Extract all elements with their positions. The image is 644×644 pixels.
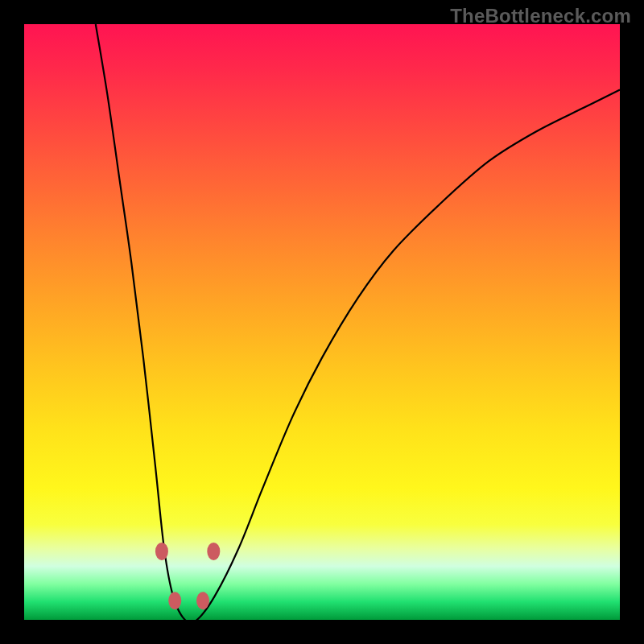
curve-marker (155, 543, 168, 560)
curve-layer (24, 24, 620, 620)
plot-area (24, 24, 620, 620)
curve-markers (155, 543, 220, 609)
chart-frame: TheBottleneck.com (0, 0, 644, 644)
watermark-text: TheBottleneck.com (450, 5, 631, 27)
curve-marker (207, 543, 220, 560)
curve-marker (196, 592, 209, 609)
bottleneck-curve (96, 24, 620, 620)
curve-marker (168, 592, 181, 609)
